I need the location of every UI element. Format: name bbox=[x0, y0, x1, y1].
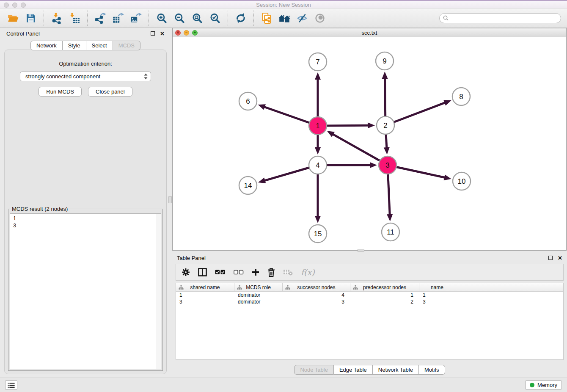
graph-edge-3-1[interactable] bbox=[333, 134, 388, 165]
table-settings-button[interactable] bbox=[182, 268, 190, 276]
graph-node-4[interactable]: 4 bbox=[309, 156, 327, 174]
unchecked-boxes-icon bbox=[234, 269, 244, 275]
table-cell: 1 bbox=[176, 292, 234, 298]
mcds-result-box: MCDS result (2 nodes) 1 3 bbox=[8, 209, 163, 371]
column-header-predecessor-nodes[interactable]: predecessor nodes bbox=[350, 283, 419, 291]
zoom-out-button[interactable] bbox=[173, 11, 186, 25]
column-header-shared-name[interactable]: shared name bbox=[176, 283, 234, 291]
table-row[interactable]: 3dominator323 bbox=[176, 298, 563, 305]
zoom-selected-button[interactable] bbox=[208, 11, 222, 25]
table-body: 1dominator4113dominator323 bbox=[176, 292, 563, 305]
tab-style[interactable]: Style bbox=[63, 41, 86, 50]
graph-node-7[interactable]: 7 bbox=[309, 53, 327, 71]
hide-panels-button[interactable] bbox=[295, 11, 309, 25]
toolbar-separator bbox=[149, 11, 149, 26]
tab-network-table[interactable]: Network Table bbox=[373, 365, 419, 375]
control-panel-tabs: NetworkStyleSelectMCDS bbox=[2, 41, 169, 50]
graph-edge-2-8[interactable] bbox=[385, 102, 446, 125]
network-maximize-button[interactable]: + bbox=[192, 30, 198, 36]
criterion-dropdown[interactable]: strongly connected component bbox=[20, 72, 151, 81]
split-view-button[interactable] bbox=[198, 268, 207, 276]
dropdown-arrows-icon bbox=[144, 73, 148, 80]
close-table-panel-icon[interactable]: ✕ bbox=[558, 255, 562, 261]
show-panels-button[interactable] bbox=[313, 11, 327, 25]
run-mcds-button[interactable]: Run MCDS bbox=[39, 87, 82, 97]
session-home-button[interactable] bbox=[278, 11, 291, 25]
export-image-button[interactable] bbox=[129, 11, 143, 25]
select-all-button[interactable] bbox=[215, 269, 226, 275]
search-field[interactable] bbox=[439, 13, 561, 23]
close-panel-button[interactable]: Close panel bbox=[88, 87, 132, 97]
tab-edge-table[interactable]: Edge Table bbox=[334, 365, 373, 375]
export-table-icon bbox=[112, 13, 124, 24]
graph-node-11[interactable]: 11 bbox=[382, 223, 399, 241]
delete-table-icon bbox=[283, 269, 293, 276]
control-panel-title: Control Panel bbox=[6, 30, 40, 37]
import-table-button[interactable] bbox=[68, 11, 81, 25]
table-row[interactable]: 1dominator411 bbox=[176, 292, 563, 298]
trash-icon bbox=[267, 268, 275, 277]
graph-node-1[interactable]: 1 bbox=[309, 117, 327, 135]
delete-column-button[interactable] bbox=[267, 268, 275, 277]
network-view-window: scc.txt ✕ − + 7968124314101511 bbox=[172, 28, 567, 251]
table-cell: 4 bbox=[283, 292, 350, 298]
add-column-button[interactable] bbox=[252, 268, 259, 276]
tab-mcds[interactable]: MCDS bbox=[113, 41, 140, 50]
tab-node-table[interactable]: Node Table bbox=[294, 365, 334, 375]
horizontal-splitter-handle[interactable] bbox=[358, 249, 364, 252]
toolbar-separator bbox=[87, 11, 88, 26]
graph-node-9[interactable]: 9 bbox=[376, 52, 394, 70]
network-minimize-button[interactable]: − bbox=[184, 30, 189, 36]
network-window-title: scc.txt bbox=[173, 30, 566, 36]
close-panel-icon[interactable]: ✕ bbox=[160, 31, 165, 36]
mcds-result-legend: MCDS result (2 nodes) bbox=[10, 206, 69, 212]
graph-node-2[interactable]: 2 bbox=[377, 116, 394, 134]
float-panel-icon[interactable] bbox=[151, 31, 155, 36]
graph-edge-arrowhead bbox=[258, 104, 266, 110]
tab-select[interactable]: Select bbox=[86, 41, 113, 50]
duplicate-network-button[interactable] bbox=[260, 11, 273, 25]
open-session-button[interactable] bbox=[6, 11, 20, 25]
graph-node-3[interactable]: 3 bbox=[379, 156, 396, 174]
zoom-fit-button[interactable] bbox=[190, 11, 204, 25]
node-label: 2 bbox=[383, 121, 387, 130]
delete-table-button[interactable] bbox=[283, 269, 293, 276]
result-scrollbar[interactable] bbox=[156, 214, 161, 369]
column-header-name[interactable]: name bbox=[419, 283, 455, 291]
table-cell: dominator bbox=[234, 299, 283, 305]
tab-network[interactable]: Network bbox=[30, 41, 63, 50]
unselect-all-button[interactable] bbox=[234, 269, 244, 275]
zoom-in-button[interactable] bbox=[155, 11, 168, 25]
import-network-button[interactable] bbox=[50, 11, 63, 25]
graph-node-14[interactable]: 14 bbox=[239, 177, 257, 194]
node-label: 14 bbox=[244, 182, 252, 190]
node-label: 7 bbox=[316, 58, 319, 66]
search-input[interactable] bbox=[451, 15, 557, 22]
network-close-button[interactable]: ✕ bbox=[175, 30, 181, 36]
column-header-MCDS-role[interactable]: MCDS role bbox=[234, 283, 283, 291]
graph-node-15[interactable]: 15 bbox=[309, 225, 327, 243]
refresh-layout-button[interactable] bbox=[234, 11, 248, 25]
export-table-button[interactable] bbox=[111, 11, 125, 25]
table-cell: dominator bbox=[234, 292, 283, 298]
export-network-button[interactable] bbox=[94, 11, 107, 25]
main-toolbar bbox=[0, 8, 567, 28]
column-header-successor-nodes[interactable]: successor nodes bbox=[283, 283, 350, 291]
save-session-button[interactable] bbox=[24, 11, 38, 25]
vertical-splitter-handle[interactable] bbox=[168, 196, 172, 203]
graph-node-6[interactable]: 6 bbox=[239, 92, 257, 110]
memory-button[interactable]: Memory bbox=[525, 380, 562, 390]
graph-node-10[interactable]: 10 bbox=[453, 172, 471, 190]
tab-motifs[interactable]: Motifs bbox=[419, 365, 445, 375]
mcds-result-text[interactable]: 1 3 bbox=[10, 214, 155, 369]
task-history-button[interactable] bbox=[5, 380, 17, 390]
table-panel: Table Panel ✕ bbox=[172, 252, 567, 377]
zoom-in-icon bbox=[156, 13, 167, 24]
function-builder-button[interactable]: f(x) bbox=[301, 268, 315, 277]
node-label: 10 bbox=[458, 177, 466, 185]
graph-node-8[interactable]: 8 bbox=[452, 88, 470, 105]
memory-label: Memory bbox=[537, 382, 557, 388]
float-table-panel-icon[interactable] bbox=[548, 256, 553, 260]
network-canvas[interactable]: 7968124314101511 bbox=[173, 37, 566, 250]
zoom-out-icon bbox=[174, 13, 185, 24]
